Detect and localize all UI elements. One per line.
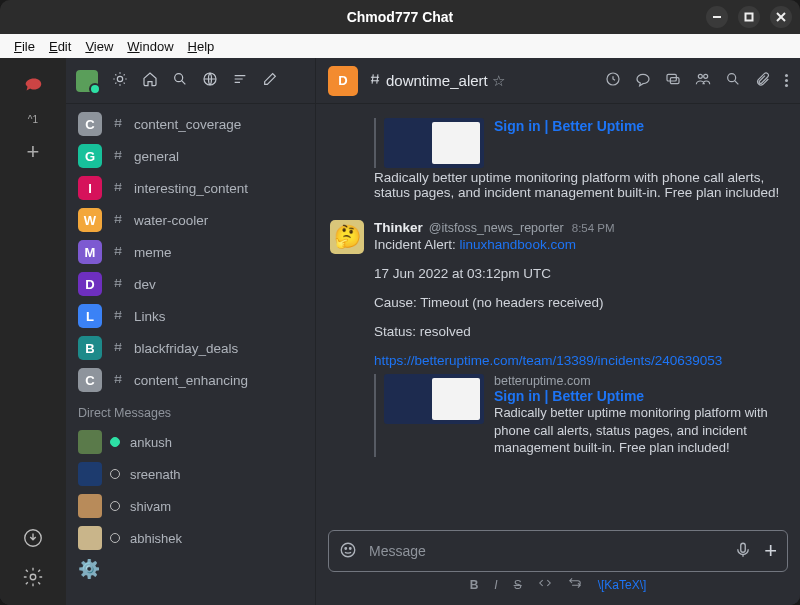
menu-file[interactable]: File xyxy=(8,37,41,56)
svg-line-43 xyxy=(116,343,117,351)
admin-icon[interactable]: ⚙️ xyxy=(66,554,315,580)
format-strike[interactable]: S xyxy=(514,578,522,592)
preview-thumbnail xyxy=(384,374,484,424)
menu-edit[interactable]: Edit xyxy=(43,37,77,56)
svg-line-27 xyxy=(116,215,117,223)
svg-line-8 xyxy=(182,81,186,85)
menu-window[interactable]: Window xyxy=(121,37,179,56)
messages-scroller[interactable]: Sign in | Better Uptime Radically better… xyxy=(316,104,800,522)
format-code[interactable] xyxy=(538,576,552,593)
home-icon[interactable] xyxy=(142,71,158,90)
svg-line-44 xyxy=(120,343,121,351)
dm-item[interactable]: sreenath xyxy=(66,458,315,490)
svg-point-62 xyxy=(350,547,352,549)
author-avatar[interactable]: 🤔 xyxy=(330,220,364,254)
hash-icon xyxy=(112,149,124,164)
message-text: Incident Alert: xyxy=(374,237,460,252)
format-bold[interactable]: B xyxy=(470,578,479,592)
svg-line-20 xyxy=(120,151,121,159)
dm-item[interactable]: shivam xyxy=(66,490,315,522)
svg-line-47 xyxy=(116,375,117,383)
room-name: downtime_alert xyxy=(386,72,488,89)
dm-section-header[interactable]: Direct Messages xyxy=(66,396,315,426)
search-icon[interactable] xyxy=(172,71,188,90)
dm-item[interactable]: abhishek xyxy=(66,522,315,554)
threads-icon[interactable] xyxy=(635,71,651,90)
channel-item[interactable]: Ggeneral xyxy=(66,140,315,172)
format-multiline[interactable] xyxy=(568,576,582,593)
channel-item[interactable]: Wwater-cooler xyxy=(66,204,315,236)
dm-avatar xyxy=(78,430,102,454)
message-input[interactable]: Message + xyxy=(328,530,788,572)
close-button[interactable] xyxy=(770,6,792,28)
directory-icon[interactable] xyxy=(202,71,218,90)
channel-item[interactable]: LLinks xyxy=(66,300,315,332)
channel-item[interactable]: Mmeme xyxy=(66,236,315,268)
download-icon[interactable] xyxy=(22,527,44,552)
presence-indicator xyxy=(110,501,120,511)
dm-avatar xyxy=(78,526,102,550)
format-katex[interactable]: \[KaTeX\] xyxy=(598,578,647,592)
members-icon[interactable] xyxy=(695,71,711,90)
room-title[interactable]: downtime_alert ☆ xyxy=(368,72,505,90)
incident-url[interactable]: https://betteruptime.com/team/13389/inci… xyxy=(374,353,722,368)
compose-icon[interactable] xyxy=(262,71,278,90)
presence-indicator xyxy=(110,437,120,447)
channel-badge: C xyxy=(78,112,102,136)
emoji-picker-icon[interactable] xyxy=(339,541,357,562)
window-title: Chmod777 Chat xyxy=(347,9,454,25)
maximize-button[interactable] xyxy=(738,6,760,28)
calls-icon[interactable] xyxy=(605,71,621,90)
audio-record-icon[interactable] xyxy=(734,541,752,562)
my-avatar[interactable] xyxy=(76,70,98,92)
link-preview-card[interactable]: Sign in | Better Uptime xyxy=(374,118,786,168)
discussion-icon[interactable] xyxy=(665,71,681,90)
room-badge: D xyxy=(328,66,358,96)
channel-item[interactable]: Ddev xyxy=(66,268,315,300)
preview-desc: Radically better uptime monitoring platf… xyxy=(494,404,786,457)
svg-line-40 xyxy=(120,311,121,319)
add-attachment-icon[interactable]: + xyxy=(764,538,777,564)
channel-name: content_enhancing xyxy=(134,373,248,388)
rocket-chat-icon[interactable] xyxy=(17,68,49,100)
message-link[interactable]: linuxhandbook.com xyxy=(460,237,576,252)
chat-header: D downtime_alert ☆ xyxy=(316,58,800,104)
svg-point-56 xyxy=(698,74,702,78)
channel-item[interactable]: Ccontent_coverage xyxy=(66,108,315,140)
channel-item[interactable]: Iinteresting_content xyxy=(66,172,315,204)
svg-line-28 xyxy=(120,215,121,223)
svg-line-31 xyxy=(116,247,117,255)
channel-list[interactable]: Ccontent_coverageGgeneralIinteresting_co… xyxy=(66,104,315,605)
settings-gear-icon[interactable] xyxy=(22,566,44,591)
link-preview-card[interactable]: betteruptime.com Sign in | Better Uptime… xyxy=(374,374,786,457)
dm-item[interactable]: ankush xyxy=(66,426,315,458)
channel-item[interactable]: Ccontent_enhancing xyxy=(66,364,315,396)
svg-point-58 xyxy=(728,74,736,82)
hash-icon xyxy=(112,277,124,292)
minimize-button[interactable] xyxy=(706,6,728,28)
kebab-menu-icon[interactable] xyxy=(785,74,788,87)
files-icon[interactable] xyxy=(755,71,771,90)
menu-view[interactable]: View xyxy=(79,37,119,56)
message-placeholder: Message xyxy=(369,543,722,559)
svg-point-60 xyxy=(341,543,355,557)
workspace: ^1 + Ccontent_coverageGgeneralIinteresti… xyxy=(0,58,800,605)
menu-help[interactable]: Help xyxy=(182,37,221,56)
channel-name: content_coverage xyxy=(134,117,241,132)
channel-item[interactable]: Bblackfriday_deals xyxy=(66,332,315,364)
format-italic[interactable]: I xyxy=(494,578,497,592)
chat-pane: D downtime_alert ☆ xyxy=(316,58,800,605)
author-handle: @itsfoss_news_reporter xyxy=(429,221,564,235)
search-messages-icon[interactable] xyxy=(725,71,741,90)
favorite-star-icon[interactable]: ☆ xyxy=(492,72,505,90)
theme-toggle-icon[interactable] xyxy=(112,71,128,90)
add-server-button[interactable]: + xyxy=(27,139,40,165)
menubar: File Edit View Window Help xyxy=(0,34,800,58)
svg-rect-1 xyxy=(746,14,753,21)
hash-icon xyxy=(112,341,124,356)
server-badge[interactable]: ^1 xyxy=(28,114,38,125)
channel-name: water-cooler xyxy=(134,213,208,228)
dm-avatar xyxy=(78,462,102,486)
sort-icon[interactable] xyxy=(232,71,248,90)
channel-name: interesting_content xyxy=(134,181,248,196)
